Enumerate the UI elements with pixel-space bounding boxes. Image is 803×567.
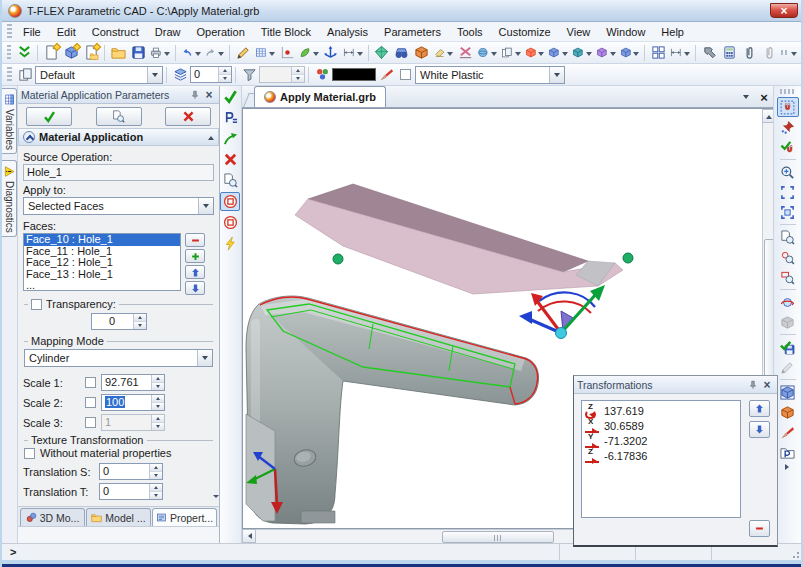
- sketch-icon[interactable]: [297, 43, 321, 62]
- resize-grip[interactable]: [787, 544, 801, 560]
- add-face-button[interactable]: [185, 249, 205, 263]
- menu-item-operation[interactable]: Operation: [188, 24, 252, 40]
- menu-item-title-block[interactable]: Title Block: [253, 24, 319, 40]
- ok-icon[interactable]: [220, 87, 240, 106]
- zoom-in-icon[interactable]: [777, 162, 799, 182]
- transformation-item[interactable]: Z -6.17836: [585, 448, 737, 463]
- open-document-icon[interactable]: [108, 43, 128, 62]
- workplane-icon[interactable]: [412, 43, 432, 62]
- panel-close-icon[interactable]: [202, 88, 216, 101]
- model-body[interactable]: [246, 296, 539, 524]
- previous-view-icon[interactable]: [777, 227, 799, 247]
- parameters-icon[interactable]: [220, 108, 240, 127]
- tab-model[interactable]: Model ...: [86, 508, 151, 526]
- transformation-down-button[interactable]: [749, 421, 770, 438]
- scale1-spinner[interactable]: 92.761: [101, 374, 165, 391]
- face-list-item[interactable]: Face_10 : Hole_1: [24, 234, 180, 246]
- tab-3d-model[interactable]: 3D Mo...: [20, 508, 85, 526]
- pink-surface[interactable]: [295, 184, 623, 294]
- mapping-mode-combo[interactable]: Cylinder: [24, 349, 213, 367]
- collapse-section-icon[interactable]: [23, 131, 35, 143]
- transformation-up-button[interactable]: [749, 400, 770, 417]
- preview-tool-icon[interactable]: [220, 171, 240, 190]
- dimension-icon[interactable]: [341, 43, 365, 62]
- shell-icon[interactable]: [618, 43, 642, 62]
- level-icon[interactable]: [239, 65, 259, 84]
- tab-list-dropdown-icon[interactable]: [739, 90, 753, 104]
- menu-item-edit[interactable]: Edit: [49, 24, 84, 40]
- remove-face-button[interactable]: [185, 233, 205, 247]
- pan-view-icon[interactable]: [777, 247, 799, 267]
- delete-face-icon[interactable]: [432, 43, 456, 62]
- panel-header[interactable]: Material Application Parameters: [18, 86, 219, 104]
- cancel-icon[interactable]: [220, 150, 240, 169]
- expand-toolbar-icon[interactable]: [783, 464, 792, 470]
- manipulator-axis-green[interactable]: [561, 293, 597, 333]
- select-faces-icon[interactable]: [220, 192, 240, 211]
- vertex-point[interactable]: [623, 253, 633, 263]
- tools-icon[interactable]: [699, 43, 719, 62]
- material-checkbox[interactable]: [400, 69, 411, 80]
- palette-icon[interactable]: [312, 65, 332, 84]
- transformations-list[interactable]: Z 137.619 X 30.6589 Y -71.3202: [581, 400, 741, 518]
- transformations-pin-icon[interactable]: [746, 378, 760, 391]
- vertex-point[interactable]: [333, 254, 343, 264]
- menu-item-view[interactable]: View: [559, 24, 599, 40]
- object-snap-icon[interactable]: [777, 97, 799, 117]
- face-list-item[interactable]: Face_13 : Hole_1: [24, 269, 180, 281]
- save-document-icon[interactable]: [128, 43, 148, 62]
- transparency-spinner[interactable]: 0: [91, 313, 147, 330]
- zoom-rect-icon[interactable]: [777, 267, 799, 287]
- snap-confirm-icon[interactable]: [777, 137, 799, 157]
- sidebar-tab-variables[interactable]: Variables: [2, 88, 17, 154]
- material-combo-dropdown-icon[interactable]: [549, 67, 564, 83]
- copy-elements-icon[interactable]: [499, 43, 523, 62]
- menu-item-file[interactable]: File: [15, 24, 49, 40]
- scale2-checkbox[interactable]: [85, 397, 96, 408]
- snap-pin-icon[interactable]: [777, 117, 799, 137]
- view-toolbar-grip[interactable]: [780, 89, 795, 94]
- material-combo[interactable]: White Plastic: [415, 66, 565, 84]
- scale2-spinner[interactable]: 100: [101, 394, 165, 411]
- tab-close-icon[interactable]: [757, 90, 771, 104]
- print-icon[interactable]: [148, 43, 172, 62]
- menu-item-parameters[interactable]: Parameters: [376, 24, 449, 40]
- layers-icon[interactable]: [170, 65, 190, 84]
- tab-properties[interactable]: Propert...: [152, 508, 217, 526]
- transformation-item[interactable]: X 30.6589: [585, 418, 737, 433]
- menu-item-construct[interactable]: Construct: [84, 24, 147, 40]
- layer-up-icon[interactable]: [219, 67, 231, 75]
- new-prototype-icon[interactable]: [81, 43, 101, 62]
- panel-scroll-up-icon[interactable]: [208, 133, 214, 140]
- redo-icon[interactable]: [203, 43, 227, 62]
- ok-button[interactable]: [26, 107, 72, 126]
- transform-manipulator[interactable]: [519, 285, 605, 339]
- translation-s-spinner[interactable]: 0: [99, 463, 163, 480]
- layer-spinner[interactable]: 0: [190, 66, 232, 83]
- collapse-toolbars-icon[interactable]: [14, 43, 34, 62]
- auto-update-icon[interactable]: [220, 234, 240, 253]
- layer-down-icon[interactable]: [219, 75, 231, 82]
- apply-to-dropdown-icon[interactable]: [198, 198, 213, 214]
- save-image-icon[interactable]: [777, 337, 799, 357]
- 3d-viewport[interactable]: Transformations Z 137.619 X 30: [242, 108, 777, 529]
- panel-pin-icon[interactable]: [188, 88, 202, 101]
- transformation-remove-button[interactable]: [749, 520, 770, 537]
- edit-2d-icon[interactable]: [233, 43, 253, 62]
- apply-to-combo[interactable]: Selected Faces: [23, 197, 214, 215]
- window-close-button[interactable]: [770, 3, 798, 18]
- scale1-checkbox[interactable]: [85, 377, 96, 388]
- window-3d-icon[interactable]: [777, 382, 799, 402]
- translation-t-spinner[interactable]: 0: [99, 483, 163, 500]
- without-material-checkbox[interactable]: [24, 448, 35, 459]
- transformation-item[interactable]: Y -71.3202: [585, 433, 737, 448]
- undo-icon[interactable]: [179, 43, 203, 62]
- menu-item-help[interactable]: Help: [653, 24, 692, 40]
- move-down-button[interactable]: [185, 281, 205, 295]
- menu-item-customize[interactable]: Customize: [491, 24, 559, 40]
- move-up-button[interactable]: [185, 265, 205, 279]
- section-header[interactable]: Material Application: [18, 128, 219, 146]
- apply-material-icon[interactable]: [372, 43, 392, 62]
- grid-icon[interactable]: [253, 43, 277, 62]
- transparency-checkbox[interactable]: [31, 299, 42, 310]
